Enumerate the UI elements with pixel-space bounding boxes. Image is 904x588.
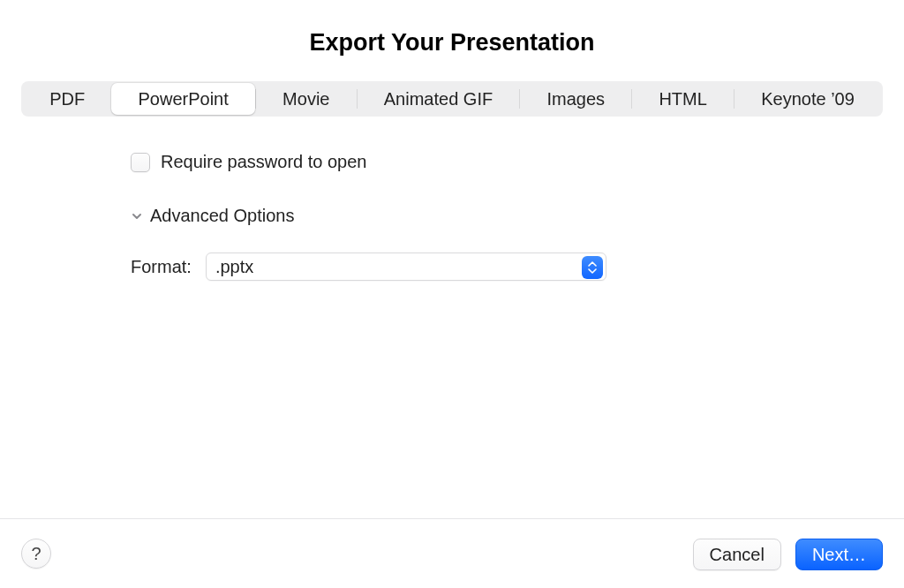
tab-label: PowerPoint bbox=[138, 89, 228, 109]
tab-html[interactable]: HTML bbox=[632, 83, 734, 115]
tab-label: PDF bbox=[49, 89, 85, 109]
tab-label: Keynote ’09 bbox=[761, 89, 855, 109]
export-dialog: Export Your Presentation PDF PowerPoint … bbox=[0, 0, 904, 588]
format-tabbar: PDF PowerPoint Movie Animated GIF Images… bbox=[21, 81, 883, 117]
chevron-down-icon bbox=[131, 210, 143, 222]
format-label: Format: bbox=[131, 257, 192, 277]
footer-separator bbox=[0, 518, 904, 519]
format-popup[interactable]: .pptx bbox=[206, 253, 606, 281]
button-label: Next… bbox=[812, 545, 866, 565]
footer-buttons: Cancel Next… bbox=[693, 539, 883, 570]
require-password-checkbox[interactable] bbox=[131, 153, 150, 172]
options-panel: Require password to open Advanced Option… bbox=[0, 117, 904, 281]
next-button[interactable]: Next… bbox=[795, 539, 883, 570]
help-button[interactable]: ? bbox=[21, 539, 51, 569]
dialog-title: Export Your Presentation bbox=[0, 0, 904, 57]
tab-keynote09[interactable]: Keynote ’09 bbox=[734, 83, 881, 115]
tab-powerpoint[interactable]: PowerPoint bbox=[111, 83, 255, 115]
advanced-options-label: Advanced Options bbox=[150, 206, 294, 226]
tab-label: HTML bbox=[659, 89, 706, 109]
tab-animated-gif[interactable]: Animated GIF bbox=[358, 83, 520, 115]
cancel-button[interactable]: Cancel bbox=[693, 539, 781, 570]
tab-images[interactable]: Images bbox=[520, 83, 631, 115]
tab-label: Movie bbox=[282, 89, 329, 109]
require-password-label: Require password to open bbox=[161, 152, 366, 172]
popup-stepper-icon bbox=[582, 256, 603, 279]
format-row: Format: .pptx bbox=[131, 253, 883, 281]
tab-pdf[interactable]: PDF bbox=[23, 83, 111, 115]
help-icon: ? bbox=[31, 544, 41, 564]
require-password-row: Require password to open bbox=[131, 152, 883, 172]
format-selected-value: .pptx bbox=[215, 257, 253, 277]
tab-label: Images bbox=[547, 89, 606, 109]
tab-label: Animated GIF bbox=[384, 89, 493, 109]
button-label: Cancel bbox=[710, 545, 765, 565]
tab-movie[interactable]: Movie bbox=[256, 83, 357, 115]
advanced-options-toggle[interactable]: Advanced Options bbox=[131, 206, 883, 226]
